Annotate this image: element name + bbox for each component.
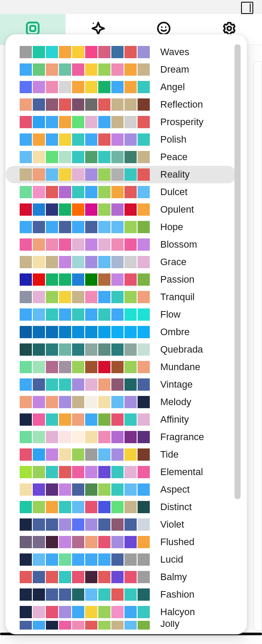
palette-row[interactable]: Jolly <box>6 621 236 630</box>
palette-name: Vintage <box>160 379 193 390</box>
svg-point-2 <box>93 23 94 24</box>
palette-row[interactable]: Reflection <box>6 96 236 113</box>
color-swatch <box>72 571 84 583</box>
color-swatch <box>20 203 32 216</box>
color-swatch <box>124 151 137 163</box>
color-swatch <box>124 396 137 408</box>
palette-row[interactable]: Opulent <box>6 201 236 218</box>
palette-swatches <box>20 553 151 566</box>
color-swatch <box>20 571 32 583</box>
color-swatch <box>20 431 32 443</box>
color-swatch <box>98 326 110 338</box>
palette-row[interactable]: Violet <box>6 516 236 533</box>
color-swatch <box>46 203 58 216</box>
color-swatch <box>98 63 110 76</box>
color-swatch <box>138 151 150 163</box>
palette-row[interactable]: Melody <box>6 393 236 411</box>
palette-row[interactable]: Elemental <box>6 463 236 481</box>
color-swatch <box>46 588 58 601</box>
palette-row[interactable]: Quebrada <box>6 341 236 358</box>
palette-row[interactable]: Peace <box>6 148 236 166</box>
palette-swatches <box>20 98 151 111</box>
palette-row[interactable]: Affinity <box>6 411 236 428</box>
color-swatch <box>46 186 58 198</box>
palette-swatches <box>20 448 151 461</box>
color-swatch <box>46 116 58 128</box>
palette-row[interactable]: Passion <box>6 271 236 288</box>
color-swatch <box>46 518 58 531</box>
palette-row[interactable]: Waves <box>6 43 236 61</box>
palette-row[interactable]: Tranquil <box>6 288 236 306</box>
color-swatch <box>138 203 150 216</box>
palette-row[interactable]: Fashion <box>6 586 236 603</box>
color-swatch <box>124 168 137 181</box>
palette-row[interactable]: Lucid <box>6 551 236 568</box>
color-swatch <box>124 553 137 566</box>
palette-row[interactable]: Balmy <box>6 568 236 586</box>
color-swatch <box>20 186 32 198</box>
palette-row[interactable]: Fragrance <box>6 428 236 446</box>
color-swatch <box>46 501 58 513</box>
color-swatch <box>59 361 71 373</box>
color-swatch <box>20 308 32 321</box>
palette-row[interactable]: Tide <box>6 446 236 463</box>
color-swatch <box>111 378 124 391</box>
scrollbar-track[interactable] <box>234 44 241 624</box>
palette-row[interactable]: Polish <box>6 131 236 148</box>
palette-row[interactable]: Mundane <box>6 358 236 376</box>
color-swatch <box>124 63 137 76</box>
color-swatch <box>33 483 45 496</box>
palette-row[interactable]: Angel <box>6 78 236 96</box>
color-swatch <box>85 151 97 163</box>
palette-row[interactable]: Dulcet <box>6 183 236 201</box>
palette-row[interactable]: Flushed <box>6 533 236 551</box>
panel-layout-icon[interactable] <box>241 2 253 14</box>
color-swatch <box>20 168 32 181</box>
palette-row[interactable]: Halcyon <box>6 603 236 621</box>
color-swatch <box>138 63 150 76</box>
palette-name: Passion <box>160 274 194 285</box>
color-swatch <box>85 413 97 426</box>
color-swatch <box>124 483 137 496</box>
color-swatch <box>20 501 32 513</box>
color-swatch <box>33 203 45 216</box>
color-swatch <box>59 483 71 496</box>
color-swatch <box>85 133 97 146</box>
palette-row[interactable]: Dream <box>6 61 236 78</box>
color-swatch <box>59 606 71 618</box>
color-swatch <box>85 396 97 408</box>
color-swatch <box>124 238 137 251</box>
palette-row[interactable]: Distinct <box>6 498 236 516</box>
color-swatch <box>124 361 137 373</box>
color-swatch <box>138 273 150 286</box>
color-swatch <box>72 291 84 303</box>
palette-row[interactable]: Flow <box>6 306 236 323</box>
color-swatch <box>72 238 84 251</box>
color-swatch <box>72 221 84 233</box>
color-swatch <box>98 186 110 198</box>
palette-row[interactable]: Hope <box>6 218 236 236</box>
color-swatch <box>46 536 58 548</box>
palette-row[interactable]: Aspect <box>6 481 236 498</box>
palette-name: Melody <box>160 396 191 408</box>
palette-row[interactable]: Grace <box>6 253 236 271</box>
palette-row[interactable]: Reality <box>6 166 236 183</box>
palette-name: Blossom <box>160 239 197 250</box>
palette-row[interactable]: Blossom <box>6 236 236 253</box>
color-swatch <box>98 168 110 181</box>
scrollbar-thumb[interactable] <box>234 44 241 499</box>
color-swatch <box>33 536 45 548</box>
color-swatch <box>59 273 71 286</box>
color-swatch <box>138 396 150 408</box>
color-swatch <box>138 536 150 548</box>
color-swatch <box>59 46 71 58</box>
palette-list[interactable]: WavesDreamAngelReflectionProsperityPolis… <box>6 43 236 630</box>
palette-row[interactable]: Vintage <box>6 376 236 393</box>
color-swatch <box>59 518 71 531</box>
color-swatch <box>111 308 124 321</box>
color-swatch <box>138 606 150 618</box>
color-swatch <box>72 378 84 391</box>
color-swatch <box>111 343 124 356</box>
palette-row[interactable]: Ombre <box>6 323 236 341</box>
palette-row[interactable]: Prosperity <box>6 113 236 131</box>
